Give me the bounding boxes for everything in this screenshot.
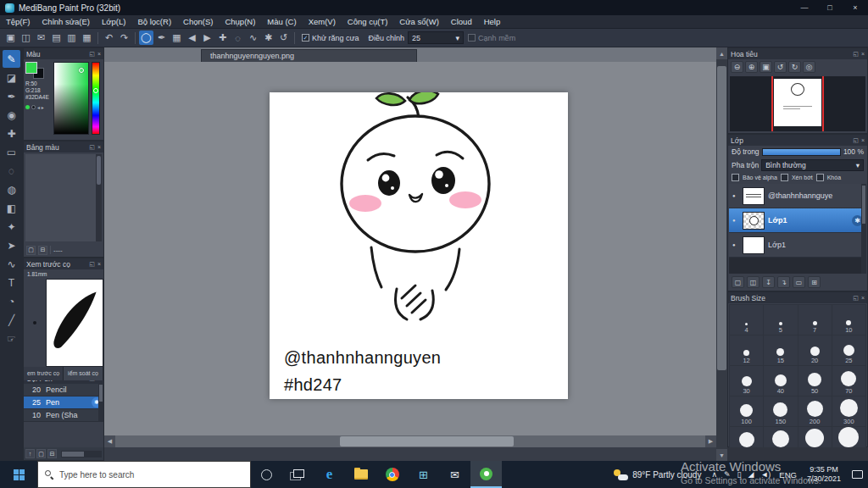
visibility-icon[interactable]: ● xyxy=(732,193,739,198)
scroll-left-button[interactable]: ◀ xyxy=(104,435,115,447)
scroll-track[interactable] xyxy=(716,59,727,449)
adjust-dropdown[interactable]: 25 ▾ xyxy=(408,31,464,44)
popout-icon[interactable]: ◱ xyxy=(89,51,95,58)
network-icon[interactable]: ◢ xyxy=(745,470,758,479)
snap-cross-button[interactable]: ✚ xyxy=(215,30,230,45)
opacity-slider[interactable] xyxy=(762,148,841,156)
rotate-right-button[interactable]: ↻ xyxy=(788,61,801,73)
color-history[interactable]: ◂ ▸ xyxy=(25,104,51,110)
clock[interactable]: 9:35 PM 7/30/2021 xyxy=(802,465,846,484)
brush-size-option[interactable]: 200 xyxy=(798,396,832,426)
redo-button[interactable]: ↷ xyxy=(117,30,131,45)
menu-filter[interactable]: Bộ lọc(R) xyxy=(131,17,177,26)
menu-snap[interactable]: Chụp(N) xyxy=(219,17,261,26)
brush-item-pen-sha[interactable]: 10 Pen (Sha xyxy=(24,409,103,422)
navigator-preview[interactable] xyxy=(730,76,865,131)
brush-size-option[interactable]: 5 xyxy=(764,305,797,335)
select-rect-tool-button[interactable]: ▭ xyxy=(3,143,20,161)
hidden-icons-button[interactable]: ∧ xyxy=(708,470,721,479)
text-tool-button[interactable]: T xyxy=(3,274,20,291)
add-brush-button[interactable]: ▢ xyxy=(36,449,46,458)
brush-size-option[interactable]: 150 xyxy=(764,396,797,426)
visibility-icon[interactable]: ● xyxy=(732,242,739,247)
layer-row-selected[interactable]: ● Lớp1 ✱ xyxy=(729,208,866,233)
close-icon[interactable]: × xyxy=(97,261,101,267)
brush-size-option[interactable]: 100 xyxy=(730,396,763,426)
menu-view[interactable]: Xem(V) xyxy=(303,17,342,26)
reset-view-button[interactable]: ◎ xyxy=(803,61,815,73)
close-icon[interactable]: × xyxy=(97,144,101,150)
delete-brush-button[interactable]: ⊟ xyxy=(47,449,57,458)
popout-icon[interactable]: ◱ xyxy=(853,295,859,302)
popout-icon[interactable]: ◱ xyxy=(853,51,859,58)
canvas-area[interactable]: @thanhnhannguyen #hd247 xyxy=(104,62,716,435)
minimize-button[interactable]: — xyxy=(792,0,817,15)
popout-icon[interactable]: ◱ xyxy=(89,144,95,151)
scroll-down-button[interactable]: ▼ xyxy=(716,449,727,461)
action-center-button[interactable] xyxy=(846,461,868,488)
save-button[interactable]: ▣ xyxy=(3,30,18,45)
medibang-taskbar-button[interactable] xyxy=(470,461,502,488)
snap-off-button[interactable]: ↺ xyxy=(276,30,291,45)
volume-icon[interactable]: ◄) xyxy=(757,470,774,479)
undo-button[interactable]: ↶ xyxy=(102,30,116,45)
snap-circle-button[interactable]: ◌ xyxy=(231,30,245,45)
layout-a-button[interactable]: ▤ xyxy=(49,30,64,45)
history-swatch[interactable] xyxy=(25,105,30,109)
language-indicator[interactable]: ENG xyxy=(774,470,802,480)
battery-icon[interactable]: ▯ xyxy=(734,470,745,479)
canvas[interactable]: @thanhnhannguyen #hd247 xyxy=(270,92,568,399)
brush-footer-scrollbar[interactable] xyxy=(61,451,102,458)
brush-item-pen[interactable]: 25 Pen ✱ xyxy=(24,396,103,409)
file-explorer-button[interactable] xyxy=(345,461,376,488)
scroll-track[interactable] xyxy=(115,435,705,447)
visibility-icon[interactable]: ● xyxy=(732,218,739,223)
scrollbar-thumb[interactable] xyxy=(340,436,514,446)
vertical-scrollbar[interactable]: ▲ ▼ xyxy=(716,47,727,461)
brush-size-option[interactable]: 7 xyxy=(798,305,832,335)
magic-wand-tool-button[interactable]: ✦ xyxy=(3,218,20,236)
add-color-button[interactable]: ▢ xyxy=(26,246,36,255)
marker-tool-button[interactable]: ◉ xyxy=(3,106,20,124)
scrollbar-thumb[interactable] xyxy=(717,66,726,370)
tab-brush-control[interactable]: iểm soát cọ xyxy=(64,367,103,380)
cortana-button[interactable] xyxy=(251,461,282,488)
zoom-in-button[interactable]: ⊕ xyxy=(745,61,758,73)
brush-size-option[interactable]: 40 xyxy=(764,366,797,396)
mail-button[interactable]: ✉ xyxy=(439,461,470,488)
zoom-fit-button[interactable]: ▣ xyxy=(760,61,772,73)
search-input[interactable] xyxy=(59,470,243,480)
document-tab[interactable]: thanhnguyennguyen.png xyxy=(201,49,417,62)
chrome-button[interactable] xyxy=(376,461,408,488)
palette-scrollbar[interactable] xyxy=(96,154,102,241)
lock-checkbox[interactable] xyxy=(816,174,824,181)
layout-b-button[interactable]: ▥ xyxy=(64,30,79,45)
brush-size-option[interactable]: 25 xyxy=(832,336,865,365)
brush-size-option[interactable]: 10 xyxy=(832,305,865,335)
lasso-tool-button[interactable]: ◌ xyxy=(3,162,20,180)
menu-select[interactable]: Chọn(S) xyxy=(177,17,219,26)
taskbar-search[interactable] xyxy=(37,461,251,488)
transfer-layer-button[interactable]: ↴ xyxy=(777,276,790,288)
layer-row[interactable]: ● Lớp1 xyxy=(729,233,866,258)
snap-settings-button[interactable]: ✱ xyxy=(261,30,275,45)
palette-grid[interactable] xyxy=(25,154,102,241)
menu-cloud[interactable]: Cloud xyxy=(445,17,478,26)
layout-c-button[interactable]: ▦ xyxy=(80,30,94,45)
tab-brush-preview[interactable]: em trước cọ xyxy=(24,367,64,380)
snap-left-button[interactable]: ◀ xyxy=(185,30,199,45)
close-icon[interactable]: × xyxy=(97,51,101,57)
alpha-lock-checkbox[interactable] xyxy=(732,174,739,181)
popout-icon[interactable]: ◱ xyxy=(89,261,95,268)
brush-size-option[interactable]: 50 xyxy=(798,366,832,396)
scroll-up-button[interactable]: ▲ xyxy=(716,47,727,59)
select-ellipse-button[interactable]: ◯ xyxy=(139,30,153,45)
start-button[interactable] xyxy=(0,461,37,488)
brush-tool-button[interactable]: ✎ xyxy=(3,50,20,68)
pen-nib-button[interactable]: ✒ xyxy=(154,30,169,45)
export-button[interactable]: ◫ xyxy=(19,30,33,45)
curve-tool-button[interactable]: ∿ xyxy=(3,255,20,273)
close-icon[interactable]: × xyxy=(861,51,865,57)
close-button[interactable]: × xyxy=(843,0,868,15)
eyedropper-tool-button[interactable]: ◔ xyxy=(3,292,20,310)
